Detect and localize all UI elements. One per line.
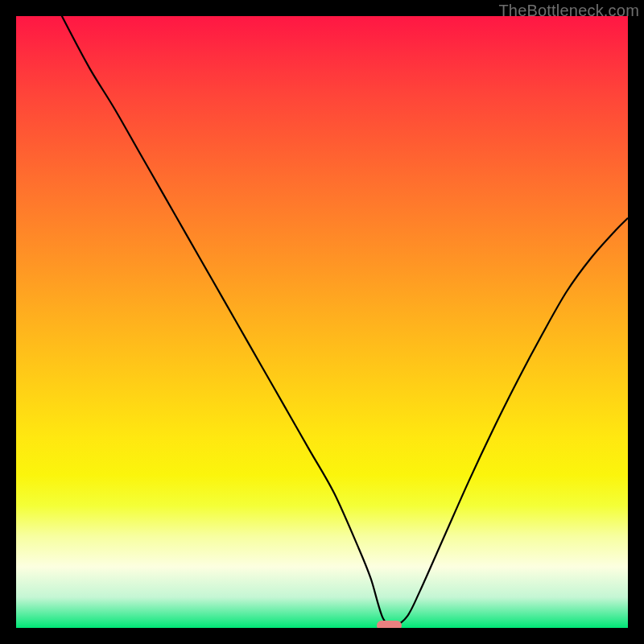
bottleneck-marker [377,621,401,628]
bottleneck-curve [16,16,628,628]
chart-frame: TheBottleneck.com [0,0,644,644]
plot-area [16,16,628,628]
